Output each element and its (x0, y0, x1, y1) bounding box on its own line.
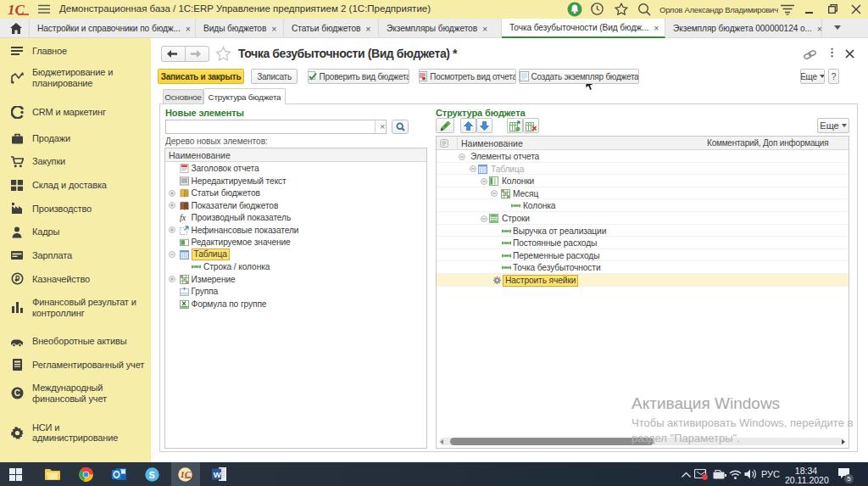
svg-text:₽: ₽ (14, 275, 19, 283)
svg-text:fx: fx (180, 213, 186, 222)
svg-text:W: W (214, 470, 221, 479)
svg-text:S: S (149, 470, 155, 480)
svg-text:C: C (14, 388, 19, 398)
